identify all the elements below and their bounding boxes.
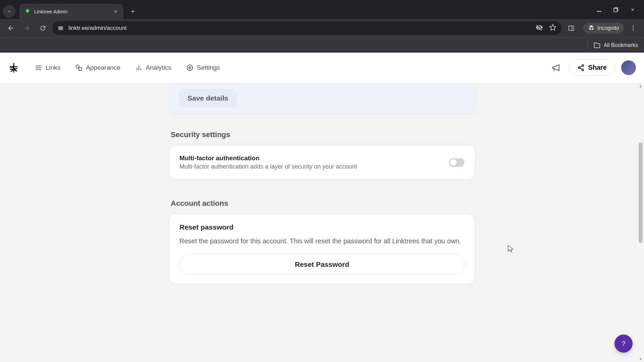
security-settings-heading: Security settings <box>169 130 475 139</box>
app-header: Links Appearance Analytics Settings Shar… <box>0 53 644 83</box>
list-icon <box>35 64 42 71</box>
svg-point-9 <box>633 27 634 28</box>
svg-point-8 <box>633 26 634 27</box>
incognito-icon <box>588 25 595 32</box>
mfa-description: Multi-factor authentication adds a layer… <box>179 163 357 170</box>
nav-settings[interactable]: Settings <box>183 61 223 74</box>
nav-analytics-label: Analytics <box>146 64 171 71</box>
url-text: linktr.ee/admin/account <box>68 25 531 32</box>
scroll-up-arrow[interactable]: ▲ <box>638 83 643 89</box>
svg-rect-15 <box>79 68 82 70</box>
help-fab[interactable]: ? <box>614 335 633 353</box>
new-tab-button[interactable] <box>127 5 139 17</box>
nav-links-label: Links <box>46 64 60 71</box>
bookmark-star-icon[interactable] <box>549 24 556 33</box>
help-icon: ? <box>622 340 625 348</box>
browser-tab[interactable]: Linktree Admin <box>19 4 123 19</box>
scrollbar-thumb[interactable] <box>639 142 643 243</box>
svg-line-25 <box>580 68 582 69</box>
reset-password-card: Reset password Reset the password for th… <box>169 215 475 284</box>
svg-line-24 <box>580 66 582 67</box>
all-bookmarks-label: All Bookmarks <box>604 42 638 48</box>
mouse-cursor <box>508 245 514 253</box>
save-details-card: Save details <box>169 83 475 114</box>
svg-point-10 <box>633 29 634 31</box>
share-button[interactable]: Share <box>569 59 615 76</box>
svg-rect-6 <box>569 26 574 30</box>
linktree-logo[interactable] <box>8 62 19 73</box>
reset-password-button[interactable]: Reset Password <box>179 254 465 275</box>
user-avatar[interactable] <box>621 60 636 75</box>
svg-rect-0 <box>597 11 601 12</box>
back-button[interactable] <box>4 21 17 35</box>
shapes-icon <box>75 64 83 71</box>
browser-toolbar: linktr.ee/admin/account Incognito <box>0 19 644 37</box>
site-info-icon[interactable] <box>58 25 64 31</box>
nav-appearance-label: Appearance <box>86 64 120 71</box>
svg-rect-4 <box>59 29 63 29</box>
bookmarks-bar: All Bookmarks <box>0 37 644 53</box>
nav-links[interactable]: Links <box>32 61 64 74</box>
svg-rect-2 <box>614 8 617 12</box>
tab-title: Linktree Admin <box>34 9 109 14</box>
reset-password-title: Reset password <box>179 223 465 231</box>
svg-point-19 <box>189 67 191 69</box>
close-tab-icon[interactable] <box>113 8 119 14</box>
tab-search-dropdown[interactable] <box>3 5 15 18</box>
browser-menu-icon[interactable] <box>627 21 640 35</box>
forward-button[interactable] <box>20 21 34 35</box>
address-bar[interactable]: linktr.ee/admin/account <box>52 21 562 35</box>
maximize-window-icon[interactable] <box>612 6 619 13</box>
content-area: Save details Security settings Multi-fac… <box>0 83 644 362</box>
svg-point-23 <box>582 69 584 71</box>
chart-icon <box>135 64 143 71</box>
incognito-badge[interactable]: Incognito <box>583 23 624 34</box>
reset-password-description: Reset the password for this account. Thi… <box>179 236 465 246</box>
eye-off-icon[interactable] <box>536 24 543 33</box>
svg-point-21 <box>582 64 584 66</box>
svg-point-20 <box>187 65 193 70</box>
announcements-button[interactable] <box>549 61 563 75</box>
nav-settings-label: Settings <box>197 64 220 71</box>
scroll-down-arrow[interactable]: ▼ <box>638 356 643 362</box>
nav-analytics[interactable]: Analytics <box>132 61 175 74</box>
side-panel-icon[interactable] <box>565 21 578 35</box>
linktree-favicon <box>24 8 31 15</box>
browser-tab-bar: Linktree Admin <box>0 0 644 19</box>
share-icon <box>577 64 585 71</box>
account-actions-heading: Account actions <box>169 199 475 208</box>
vertical-scrollbar[interactable]: ▲ ▼ <box>638 83 643 362</box>
save-details-button[interactable]: Save details <box>179 89 237 108</box>
svg-point-22 <box>578 67 580 69</box>
megaphone-icon <box>551 63 560 72</box>
mfa-title: Multi-factor authentication <box>179 155 357 162</box>
folder-icon <box>594 42 600 49</box>
divider <box>587 41 588 50</box>
mfa-card: Multi-factor authentication Multi-factor… <box>169 146 475 179</box>
close-window-icon[interactable] <box>629 6 636 13</box>
reload-button[interactable] <box>36 21 50 35</box>
minimize-window-icon[interactable] <box>596 6 602 13</box>
incognito-label: Incognito <box>597 25 619 31</box>
gear-icon <box>186 64 194 71</box>
page-content: Links Appearance Analytics Settings Shar… <box>0 53 644 362</box>
mfa-toggle[interactable] <box>449 158 465 167</box>
svg-rect-3 <box>59 27 63 27</box>
share-label: Share <box>588 64 607 71</box>
all-bookmarks-button[interactable]: All Bookmarks <box>594 42 638 49</box>
nav-appearance[interactable]: Appearance <box>72 61 123 74</box>
